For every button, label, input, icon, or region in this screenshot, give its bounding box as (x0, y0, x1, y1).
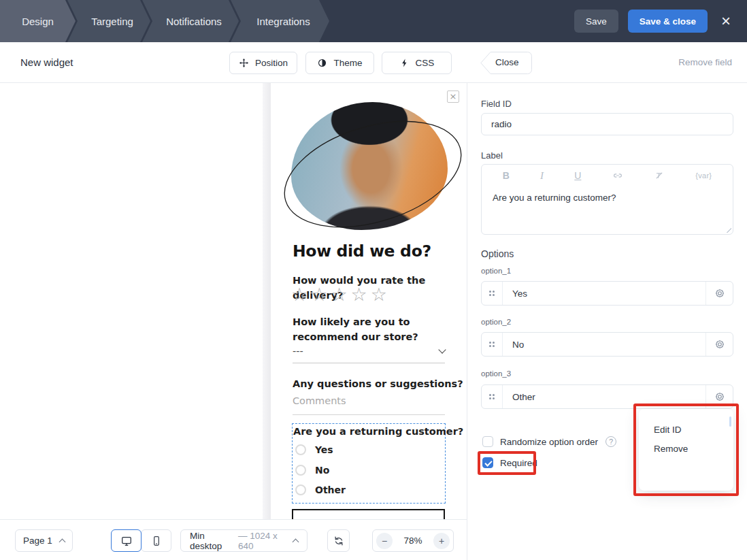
option-2-settings-button[interactable] (706, 333, 733, 356)
mobile-view-button[interactable] (141, 529, 171, 552)
option-3-id-label: option_3 (481, 369, 511, 378)
tab-design[interactable]: Design (0, 0, 76, 42)
tab-design-label: Design (22, 16, 54, 27)
zoom-level: 78% (403, 536, 422, 546)
label-label: Label (481, 150, 503, 161)
widget-toolbar: New widget Position Theme CSS Close Remo… (0, 42, 747, 83)
submit-button-partial[interactable] (292, 509, 445, 519)
italic-icon[interactable]: I (540, 170, 544, 182)
menu-item-remove[interactable]: Remove (654, 442, 733, 461)
required-checkbox-row[interactable]: Required (482, 457, 537, 468)
widget-title: New widget (20, 56, 73, 68)
gear-icon (714, 391, 725, 402)
option-row (481, 332, 733, 357)
desktop-view-button[interactable] (111, 529, 142, 552)
randomize-checkbox-row[interactable]: Randomize option order ? (482, 436, 616, 447)
header-actions: Save Save & close × (574, 0, 747, 42)
theme-button[interactable]: Theme (305, 52, 374, 74)
zoom-control: − 78% + (372, 529, 454, 552)
label-editor-value[interactable]: Are you a returning customer? (482, 186, 733, 209)
position-label: Position (255, 58, 288, 68)
widget-editor-app: { "topbar": { "tabs": [ {"label": "Desig… (0, 0, 747, 560)
underline-icon[interactable]: U (574, 170, 581, 181)
richtext-toolbar: B I U {var} (482, 165, 733, 186)
drag-handle-icon[interactable] (482, 282, 503, 305)
radio-circle-icon (295, 465, 306, 476)
required-label: Required (500, 458, 537, 468)
radio-option-other[interactable]: Other (295, 484, 346, 495)
refresh-icon (333, 535, 345, 547)
link-icon[interactable] (612, 170, 623, 181)
css-label: CSS (416, 58, 435, 68)
save-and-close-button[interactable]: Save & close (628, 10, 708, 33)
field-settings-panel: Field ID Label B I U {var} Are you a ret… (467, 83, 747, 560)
help-icon[interactable]: ? (605, 436, 616, 447)
decorative-ellipse-outline (279, 106, 467, 248)
option-1-value-input[interactable] (503, 282, 706, 305)
option-row (481, 384, 733, 409)
radio-question-label: Are you a returning customer? (293, 426, 463, 437)
star-rating-icons[interactable]: ☆☆☆☆☆ (291, 284, 391, 305)
zoom-in-button[interactable]: + (433, 533, 450, 549)
drag-handle-icon[interactable] (482, 333, 503, 356)
lightning-icon (399, 58, 410, 68)
zoom-out-button[interactable]: − (376, 533, 393, 549)
save-button[interactable]: Save (574, 10, 618, 33)
remove-field-button[interactable]: Remove field (678, 57, 732, 67)
preview-controls-bar: Page 1 Min desktop — 1024 x 640 − 78% + (0, 519, 467, 560)
monitor-icon (120, 535, 133, 547)
option-3-value-input[interactable] (503, 385, 706, 408)
radio-option-label: Yes (315, 444, 333, 455)
radio-option-label: Other (315, 484, 346, 495)
chevron-up-icon (293, 539, 299, 546)
menu-item-edit-id[interactable]: Edit ID (654, 423, 733, 442)
radio-option-yes[interactable]: Yes (295, 444, 333, 455)
preview-heading: How did we do? (293, 242, 431, 261)
tab-notifications[interactable]: Notifications (142, 0, 239, 42)
tab-targeting[interactable]: Targeting (67, 0, 150, 42)
close-field-label: Close (495, 57, 519, 67)
randomize-checkbox[interactable] (482, 436, 493, 447)
select-value: --- (293, 346, 303, 357)
option-2-value-input[interactable] (503, 333, 706, 356)
theme-label: Theme (333, 58, 362, 68)
radio-circle-icon (295, 444, 306, 455)
close-editor-icon[interactable]: × (717, 13, 735, 29)
chevron-up-icon (59, 539, 65, 546)
css-button[interactable]: CSS (382, 52, 452, 74)
drag-handle-icon[interactable] (482, 385, 503, 408)
tab-integrations[interactable]: Integrations (231, 0, 329, 42)
position-button[interactable]: Position (229, 52, 297, 74)
preset-dimensions: — 1024 x 640 (238, 531, 289, 551)
refresh-preview-button[interactable] (327, 529, 350, 552)
tab-targeting-label: Targeting (91, 16, 133, 27)
widget-preview-panel: × How did we do? How would you rate the … (271, 83, 467, 519)
preview-viewport: × How did we do? How would you rate the … (0, 83, 467, 519)
field-id-input[interactable] (481, 113, 733, 135)
clear-formatting-icon[interactable] (654, 170, 665, 181)
preset-label: Min desktop (190, 531, 234, 551)
nav-tabs: Design Targeting Notifications Integrati… (0, 0, 329, 42)
field-id-label: Field ID (481, 99, 512, 109)
gear-icon (714, 339, 725, 350)
panel-shadow (263, 83, 271, 519)
recommend-select[interactable]: --- (293, 346, 445, 363)
option-1-settings-button[interactable] (706, 282, 733, 305)
close-field-settings-button[interactable]: Close (480, 52, 532, 74)
variable-icon[interactable]: {var} (695, 171, 712, 180)
page-selector[interactable]: Page 1 (15, 529, 73, 552)
radio-circle-icon (295, 484, 306, 495)
option-1-id-label: option_1 (481, 267, 511, 275)
required-checkbox[interactable] (482, 457, 493, 468)
option-3-settings-button[interactable] (706, 385, 733, 408)
radio-option-no[interactable]: No (295, 465, 329, 476)
bold-icon[interactable]: B (503, 170, 510, 181)
option-2-id-label: option_2 (481, 318, 511, 326)
contrast-icon (317, 58, 327, 68)
selected-field-outline[interactable]: Are you a returning customer? Yes No Oth… (292, 423, 446, 504)
move-icon (239, 58, 249, 68)
randomize-label: Randomize option order (500, 437, 598, 447)
comments-field[interactable]: Comments (293, 395, 445, 415)
screen-preset-selector[interactable]: Min desktop — 1024 x 640 (180, 529, 308, 552)
option-row (481, 281, 733, 306)
